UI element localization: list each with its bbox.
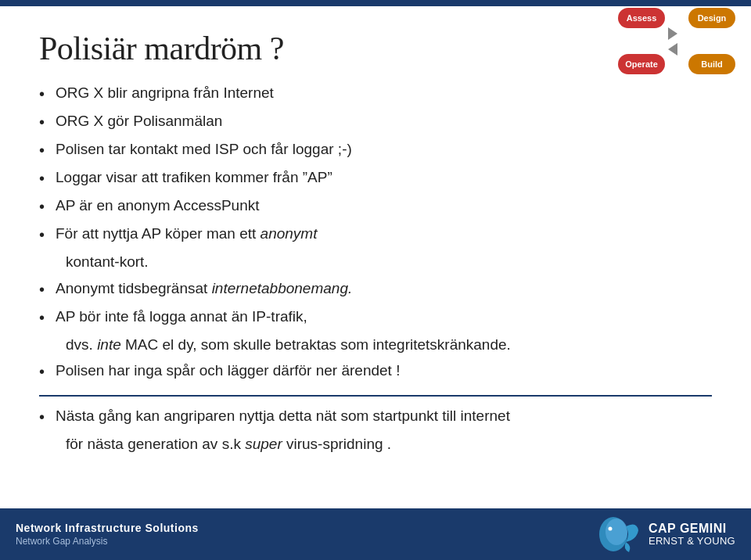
svg-point-2 bbox=[608, 527, 612, 531]
top-bar bbox=[0, 0, 751, 6]
footer-subtitle: Network Gap Analysis bbox=[16, 536, 199, 547]
bullet-italic: anonymt bbox=[261, 225, 318, 242]
bullet-icon: • bbox=[39, 84, 45, 105]
footer-left: Network Infrastructure Solutions Network… bbox=[16, 522, 199, 547]
bullet-text-prefix: För att nyttja AP köper man ett bbox=[56, 225, 261, 242]
bullet-text: dvs. inte MAC el dy, som skulle betrakta… bbox=[66, 335, 712, 355]
capgemini-logo: CAP GEMINI ERNST & YOUNG bbox=[649, 522, 735, 547]
list-item: • Polisen tar kontakt med ISP och får lo… bbox=[39, 139, 712, 161]
operate-btn: Operate bbox=[618, 54, 665, 74]
footer: Network Infrastructure Solutions Network… bbox=[0, 508, 751, 560]
footer-title: Network Infrastructure Solutions bbox=[16, 522, 199, 534]
logo-line2: ERNST & YOUNG bbox=[649, 536, 735, 547]
list-item: • Anonymt tidsbegränsat internetabbonema… bbox=[39, 278, 712, 300]
cycle-diagram: Assess Design Operate Build bbox=[610, 8, 735, 74]
bullet-icon: • bbox=[39, 140, 45, 161]
arrow-left-icon bbox=[668, 43, 677, 56]
bullet-text: AP bör inte få logga annat än IP-trafik, bbox=[56, 307, 712, 327]
bullet-text: Polisen har inga spår och lägger därför … bbox=[56, 361, 712, 381]
list-item: • AP bör inte få logga annat än IP-trafi… bbox=[39, 307, 712, 328]
arrow-right-icon bbox=[668, 27, 677, 40]
list-item: • ORG X blir angripna från Internet bbox=[39, 83, 712, 105]
bullet-list: • ORG X blir angripna från Internet • OR… bbox=[39, 83, 712, 389]
content-area: • ORG X blir angripna från Internet • OR… bbox=[0, 75, 751, 508]
bullet-suffix: MAC el dy, som skulle betraktas som inte… bbox=[121, 336, 511, 353]
list-item: • För att nyttja AP köper man ett anonym… bbox=[39, 224, 712, 246]
cycle-center bbox=[668, 27, 677, 56]
slide: Assess Design Operate Build Polisiär mar… bbox=[0, 0, 751, 560]
extra-suffix: virus-spridning . bbox=[282, 436, 391, 452]
list-item: • Polisen har inga spår och lägger därfö… bbox=[39, 361, 712, 382]
bullet-text: AP är en anonym AccessPunkt bbox=[56, 196, 712, 216]
list-item: för nästa generation av s.k super virus-… bbox=[39, 434, 712, 454]
bullet-text: För att nyttja AP köper man ett anonymt bbox=[56, 224, 712, 244]
extra-bullet-list: • Nästa gång kan angriparen nyttja detta… bbox=[39, 406, 712, 461]
bullet-text-prefix: Anonymt tidsbegränsat bbox=[56, 280, 212, 296]
bullet-italic: internetabbonemang. bbox=[212, 280, 353, 296]
dolphin-icon bbox=[598, 515, 641, 554]
list-item: • AP är en anonym AccessPunkt bbox=[39, 196, 712, 217]
bullet-icon: • bbox=[39, 407, 45, 428]
bullet-icon: • bbox=[39, 224, 45, 246]
bullet-dvs: dvs. bbox=[66, 336, 97, 353]
bullet-text: Anonymt tidsbegränsat internetabbonemang… bbox=[56, 278, 712, 299]
footer-right: CAP GEMINI ERNST & YOUNG bbox=[598, 515, 735, 554]
divider bbox=[39, 395, 712, 397]
bullet-text: ORG X gör Polisanmälan bbox=[56, 111, 712, 131]
bullet-text: kontant-kort. bbox=[66, 252, 712, 272]
bullet-italic: inte bbox=[97, 336, 121, 353]
build-btn: Build bbox=[688, 54, 735, 74]
bullet-icon: • bbox=[39, 168, 45, 189]
extra-prefix: för nästa generation av s.k bbox=[66, 436, 245, 452]
bullet-icon: • bbox=[39, 112, 45, 133]
bullet-icon: • bbox=[39, 279, 45, 300]
bullet-text: Polisen tar kontakt med ISP och får logg… bbox=[56, 139, 712, 160]
bullet-icon: • bbox=[39, 307, 45, 328]
list-item: • Loggar visar att trafiken kommer från … bbox=[39, 167, 712, 189]
bullet-text: för nästa generation av s.k super virus-… bbox=[66, 434, 712, 454]
bullet-icon: • bbox=[39, 361, 45, 382]
logo-text: CAP GEMINI ERNST & YOUNG bbox=[649, 522, 735, 547]
design-btn: Design bbox=[688, 8, 735, 28]
svg-point-1 bbox=[605, 519, 627, 545]
bullet-text: Nästa gång kan angriparen nyttja detta n… bbox=[56, 406, 712, 426]
list-item: • ORG X gör Polisanmälan bbox=[39, 111, 712, 133]
logo-area: Assess Design Operate Build bbox=[610, 8, 735, 78]
list-item: kontant-kort. bbox=[39, 252, 712, 272]
bullet-icon: • bbox=[39, 196, 45, 217]
assess-btn: Assess bbox=[618, 8, 665, 28]
bullet-text: ORG X blir angripna från Internet bbox=[56, 83, 712, 103]
list-item: dvs. inte MAC el dy, som skulle betrakta… bbox=[39, 335, 712, 355]
extra-italic: super bbox=[245, 436, 282, 452]
list-item: • Nästa gång kan angriparen nyttja detta… bbox=[39, 406, 712, 428]
bullet-text: Loggar visar att trafiken kommer från ”A… bbox=[56, 167, 712, 188]
logo-line1: CAP GEMINI bbox=[649, 522, 727, 536]
